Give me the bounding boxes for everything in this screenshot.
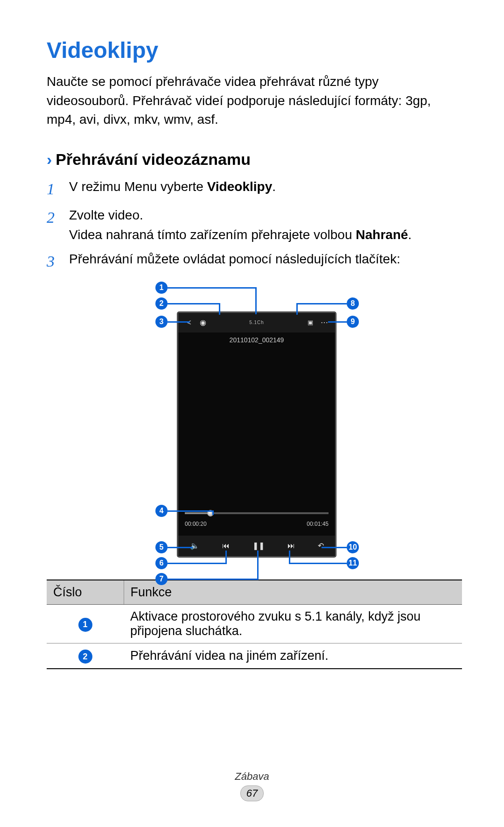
callout-badge-11: 11 (347, 557, 359, 569)
next-icon: ⏭ (287, 542, 295, 550)
callout-line (257, 551, 259, 580)
video-player-figure: < ◉ 5.1Ch ▣ ⋯ 20110102_002149 00:00:20 0… (114, 282, 394, 566)
callout-badge-8: 8 (347, 297, 359, 310)
section-heading: ›Přehrávání videozáznamu (47, 150, 462, 169)
callout-badge-2: 2 (155, 297, 168, 310)
callout-line (168, 547, 193, 548)
section-heading-text: Přehrávání videozáznamu (56, 150, 251, 168)
video-filename: 20110102_002149 (178, 336, 335, 344)
callout-badge-1: 1 (155, 282, 168, 294)
previous-icon: ⏮ (222, 542, 230, 550)
callout-badge-9: 9 (347, 316, 359, 328)
table-cell-function: Aktivace prostorového zvuku s 5.1 kanály… (124, 604, 462, 643)
aspect-ratio-icon: ▣ (303, 319, 317, 326)
callout-line (296, 303, 298, 315)
figure-container: < ◉ 5.1Ch ▣ ⋯ 20110102_002149 00:00:20 0… (47, 282, 462, 566)
document-page: Videoklipy Naučte se pomocí přehrávače v… (0, 0, 504, 827)
player-bottom-toolbar: 🔈 ⏮ ❚❚ ⏭ ↶ (178, 536, 335, 556)
callout-line (168, 321, 190, 323)
callout-line (168, 287, 256, 289)
step-text-bold: Videoklipy (207, 179, 273, 194)
step-number-icon: 1 (47, 177, 69, 201)
step-text: . (272, 179, 276, 194)
step-text-bold: Nahrané (356, 227, 408, 242)
list-item: 3 Přehrávání můžete ovládat pomocí násle… (47, 249, 462, 273)
number-badge-icon: 1 (78, 618, 92, 632)
intro-paragraph: Naučte se pomocí přehrávače videa přehrá… (47, 72, 462, 129)
callout-line (219, 303, 220, 315)
table-row: 1 Aktivace prostorového zvuku s 5.1 kaná… (47, 604, 462, 643)
callout-line (289, 563, 347, 564)
table-cell-function: Přehrávání videa na jiném zařízení. (124, 643, 462, 669)
step-body: V režimu Menu vyberte Videoklipy. (69, 177, 462, 201)
step-body: Přehrávání můžete ovládat pomocí následu… (69, 249, 462, 273)
table-header-number: Číslo (47, 580, 124, 605)
step-number-icon: 2 (47, 205, 69, 245)
page-footer: Zábava 67 (0, 770, 504, 801)
step-text: . (408, 227, 412, 242)
callout-badge-7: 7 (155, 573, 168, 585)
callout-line (168, 303, 220, 304)
callout-badge-3: 3 (155, 316, 168, 328)
callout-badge-10: 10 (347, 541, 359, 553)
number-badge-icon: 2 (78, 650, 92, 664)
callout-line (296, 303, 347, 304)
chevron-right-icon: › (47, 150, 52, 168)
callout-line (322, 547, 347, 548)
step-text: Zvolte video. (69, 208, 143, 222)
callout-badge-4: 4 (155, 505, 168, 517)
callout-line (212, 510, 214, 515)
callout-line (168, 579, 258, 580)
progress-track (185, 512, 329, 514)
progress-fill (185, 512, 210, 514)
callout-line (289, 551, 290, 564)
time-current: 00:00:20 (185, 521, 207, 527)
page-number-badge: 67 (240, 785, 264, 801)
step-text: V režimu Menu vyberte (69, 179, 207, 194)
phone-screenshot: < ◉ 5.1Ch ▣ ⋯ 20110102_002149 00:00:20 0… (177, 312, 336, 557)
callout-line (168, 510, 213, 512)
back-icon: ↶ (318, 541, 324, 550)
step-number-icon: 3 (47, 249, 69, 273)
allshare-icon: ◉ (196, 318, 210, 327)
table-row: 2 Přehrávání videa na jiném zařízení. (47, 643, 462, 669)
table-cell-number: 2 (47, 643, 124, 669)
surround-icon: 5.1Ch (210, 320, 303, 325)
callout-badge-6: 6 (155, 557, 168, 569)
time-total: 00:01:45 (307, 521, 329, 527)
step-text: Videa nahraná tímto zařízením přehrajete… (69, 227, 356, 242)
list-item: 1 V režimu Menu vyberte Videoklipy. (47, 177, 462, 201)
share-icon: < (182, 318, 196, 327)
time-labels: 00:00:20 00:01:45 (185, 521, 329, 527)
table-header-function: Funkce (124, 580, 462, 605)
table-cell-number: 1 (47, 604, 124, 643)
callout-line (168, 563, 226, 564)
player-top-toolbar: < ◉ 5.1Ch ▣ ⋯ (178, 313, 335, 332)
list-item: 2 Zvolte video. Videa nahraná tímto zaří… (47, 205, 462, 245)
volume-icon: 🔈 (190, 541, 199, 550)
table-header-row: Číslo Funkce (47, 580, 462, 605)
pause-icon: ❚❚ (252, 541, 265, 550)
step-body: Zvolte video. Videa nahraná tímto zaříze… (69, 205, 462, 245)
page-title: Videoklipy (47, 37, 462, 63)
steps-list: 1 V režimu Menu vyberte Videoklipy. 2 Zv… (47, 177, 462, 273)
more-icon: ⋯ (317, 318, 331, 327)
callout-line (225, 551, 227, 564)
footer-category: Zábava (0, 770, 504, 783)
callout-badge-5: 5 (155, 541, 168, 553)
function-table: Číslo Funkce 1 Aktivace prostorového zvu… (47, 580, 462, 670)
callout-line (255, 287, 257, 314)
callout-line (328, 321, 347, 323)
